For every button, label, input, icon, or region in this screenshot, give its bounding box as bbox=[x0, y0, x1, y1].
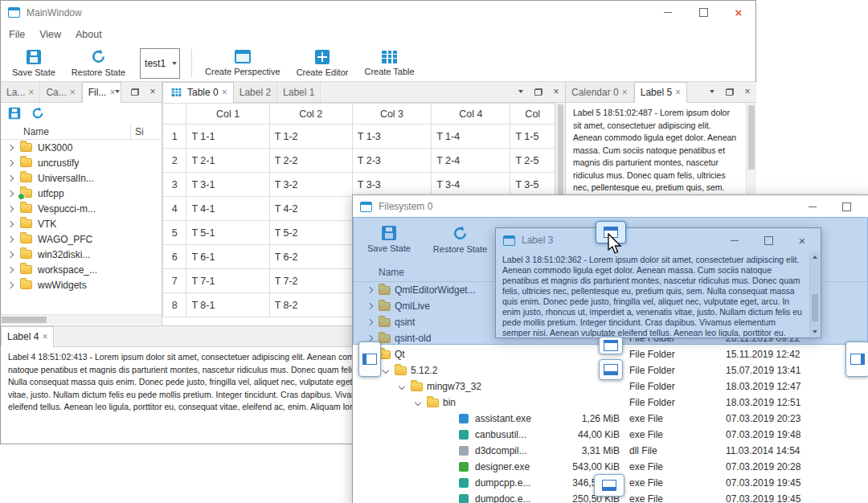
save-icon[interactable] bbox=[9, 108, 20, 119]
table-cell[interactable]: T 2-4 bbox=[432, 149, 510, 173]
table-row-header[interactable]: 5 bbox=[163, 221, 186, 245]
table-cell[interactable]: T 1-2 bbox=[269, 125, 352, 149]
table-column-header[interactable]: Col bbox=[510, 104, 555, 125]
dock-close-button[interactable] bbox=[741, 84, 754, 99]
tab-close-icon[interactable] bbox=[28, 88, 34, 97]
chevron-right-icon[interactable] bbox=[7, 205, 14, 211]
tree-item-win32diski[interactable]: win32diski... bbox=[1, 247, 162, 262]
tree-item-universalin[interactable]: UniversalIn... bbox=[1, 170, 162, 186]
maximize-button[interactable] bbox=[829, 195, 863, 218]
save-state-button[interactable]: Save State bbox=[4, 46, 63, 81]
chevron-right-icon[interactable] bbox=[7, 159, 14, 166]
dock-close-button[interactable] bbox=[146, 84, 159, 99]
chevron-right-icon[interactable] bbox=[7, 235, 14, 242]
right-dock-tab-label-5[interactable]: Label 5 bbox=[634, 82, 687, 103]
table-row-header[interactable]: 1 bbox=[163, 125, 186, 149]
tab-close-icon[interactable] bbox=[42, 332, 47, 341]
dock-indicator-bottom[interactable] bbox=[594, 474, 624, 497]
undock-button[interactable] bbox=[723, 84, 736, 99]
table-column-header[interactable]: Col 1 bbox=[186, 104, 269, 125]
chevron-down-icon[interactable] bbox=[399, 383, 405, 390]
chevron-right-icon[interactable] bbox=[7, 220, 14, 227]
table-cell[interactable]: T 2-1 bbox=[186, 149, 269, 173]
table-row-header[interactable]: 6 bbox=[163, 245, 186, 269]
table-row-header[interactable]: 3 bbox=[163, 173, 186, 197]
table-cell[interactable]: T 1-3 bbox=[352, 125, 431, 149]
table-cell[interactable]: T 4-2 bbox=[269, 197, 352, 221]
scrollbar-thumb[interactable] bbox=[748, 105, 755, 170]
chevron-down-icon[interactable] bbox=[415, 399, 421, 406]
dock-close-button[interactable] bbox=[550, 84, 563, 99]
table-cell[interactable]: T 3-2 bbox=[269, 173, 352, 197]
dock-indicator-center-bottom[interactable] bbox=[599, 359, 623, 380]
chevron-right-icon[interactable] bbox=[7, 190, 14, 196]
tree-item-vespucci-m[interactable]: Vespucci-m... bbox=[1, 201, 162, 216]
tree-item-uncrustify[interactable]: uncrustify bbox=[1, 155, 162, 170]
table-column-header[interactable]: Col 2 bbox=[269, 104, 352, 125]
table-cell[interactable]: T 7-1 bbox=[186, 269, 269, 293]
table-row-header[interactable]: 8 bbox=[163, 293, 186, 317]
dock-indicator-right[interactable] bbox=[845, 341, 868, 377]
table-cell[interactable]: T 2-3 bbox=[352, 149, 431, 173]
tab-menu-button[interactable] bbox=[514, 84, 527, 99]
chevron-right-icon[interactable] bbox=[7, 281, 14, 288]
main-titlebar[interactable]: MainWindow bbox=[1, 1, 755, 24]
create-editor-button[interactable]: Create Editor bbox=[289, 46, 357, 81]
create-table-button[interactable]: Create Table bbox=[356, 46, 422, 81]
table-cell[interactable]: T 3-4 bbox=[432, 173, 510, 197]
file-row-designer-exe[interactable]: designer.exe543,00 KiBexe File07.03.2019… bbox=[353, 459, 868, 475]
restore-state-button[interactable]: Restore State bbox=[63, 46, 133, 81]
tree-item-utfcpp[interactable]: utfcpp bbox=[1, 186, 162, 201]
chevron-down-icon[interactable] bbox=[383, 367, 389, 374]
chevron-right-icon[interactable] bbox=[7, 144, 14, 150]
table-cell[interactable]: T 5-1 bbox=[186, 221, 269, 245]
column-header-name[interactable]: Name bbox=[23, 126, 49, 137]
maximize-button[interactable] bbox=[686, 1, 720, 24]
scrollbar-thumb[interactable] bbox=[2, 317, 47, 323]
minimize-button[interactable] bbox=[796, 195, 829, 218]
filesystem-titlebar[interactable]: Filesystem 0 bbox=[353, 195, 868, 218]
table-cell[interactable]: T 2-5 bbox=[510, 149, 555, 173]
left-dock-tab-la[interactable]: La... bbox=[1, 82, 40, 102]
table-cell[interactable]: T 7-2 bbox=[269, 269, 352, 293]
close-button[interactable] bbox=[722, 1, 755, 24]
tree-item-wwwidgets[interactable]: wwWidgets bbox=[1, 277, 162, 292]
table-column-header[interactable]: Col 4 bbox=[432, 104, 510, 125]
center-dock-tab-label-1[interactable]: Label 1 bbox=[277, 82, 321, 102]
chevron-right-icon[interactable] bbox=[7, 174, 14, 181]
table-cell[interactable]: T 1-1 bbox=[186, 125, 269, 149]
dock-indicator-center[interactable] bbox=[599, 337, 623, 354]
file-row-bin[interactable]: binFile Folder18.03.2019 12:51 bbox=[353, 395, 868, 411]
restore-icon[interactable] bbox=[31, 107, 44, 120]
tree-item-wago-pfc[interactable]: WAGO_PFC bbox=[1, 231, 162, 247]
file-row-d3dcompil[interactable]: d3dcompil...3,31 MiBdll File11.03.2014 1… bbox=[353, 443, 868, 459]
tab-close-icon[interactable] bbox=[622, 88, 628, 97]
file-row-mingw73-32[interactable]: mingw73_32File Folder18.03.2019 12:47 bbox=[353, 378, 868, 395]
file-row-canbusutil[interactable]: canbusutil...44,00 KiBexe File07.03.2019… bbox=[353, 427, 868, 443]
horizontal-scrollbar[interactable] bbox=[1, 314, 162, 325]
file-row-assistant-exe[interactable]: assistant.exe1,26 MiBexe File07.03.2019 … bbox=[353, 411, 868, 427]
table-cell[interactable]: T 5-2 bbox=[269, 221, 352, 245]
menu-item-about[interactable]: About bbox=[68, 29, 109, 40]
scrollbar-thumb[interactable] bbox=[558, 104, 563, 202]
menu-item-view[interactable]: View bbox=[32, 29, 68, 40]
tree-item-vtk[interactable]: VTK bbox=[1, 216, 162, 231]
bottom-dock-tab-label-4[interactable]: Label 4 bbox=[1, 326, 54, 347]
chevron-right-icon[interactable] bbox=[7, 266, 14, 272]
tab-menu-button[interactable] bbox=[706, 84, 719, 99]
column-header-size[interactable]: Si bbox=[135, 126, 144, 137]
menu-item-file[interactable]: File bbox=[2, 29, 32, 40]
chevron-right-icon[interactable] bbox=[7, 251, 14, 257]
minimize-button[interactable] bbox=[651, 1, 685, 24]
right-dock-tab-calendar-0[interactable]: Calendar 0 bbox=[566, 82, 634, 102]
tab-menu-button[interactable] bbox=[111, 84, 124, 99]
tab-close-icon[interactable] bbox=[222, 88, 227, 97]
tab-close-icon[interactable] bbox=[675, 88, 681, 97]
left-dock-tab-ca[interactable]: Ca... bbox=[40, 82, 81, 102]
table-cell[interactable]: T 8-1 bbox=[186, 293, 269, 317]
table-cell[interactable]: T 6-1 bbox=[186, 245, 269, 269]
tree-item-uk3000[interactable]: UK3000 bbox=[1, 140, 162, 155]
create-perspective-button[interactable]: Create Perspective bbox=[197, 46, 289, 81]
table-cell[interactable]: T 3-3 bbox=[352, 173, 431, 197]
table-cell[interactable]: T 1-5 bbox=[510, 125, 555, 149]
